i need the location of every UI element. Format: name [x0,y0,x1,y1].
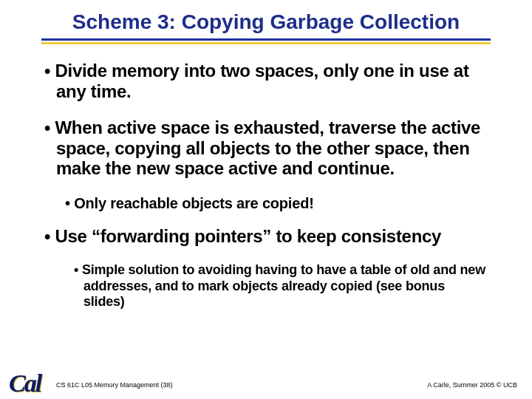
bullet-1: • Divide memory into two spaces, only on… [44,61,497,101]
bullet-1-text: Divide memory into two spaces, only one … [55,61,468,101]
cal-logo-text: Cal [9,369,41,398]
bullet-2a-text: Only reachable objects are copied! [74,195,313,211]
bullet-3-text: Use “forwarding pointers” to keep consis… [55,226,441,246]
underline-blue [41,38,491,41]
slide: Scheme 3: Copying Garbage Collection • D… [0,0,532,399]
bullet-char: • [44,61,50,81]
bullet-char: • [74,262,78,277]
bullet-3a-text: Simple solution to avoiding having to ha… [82,262,485,309]
slide-title: Scheme 3: Copying Garbage Collection [0,0,532,38]
bullet-2-text: When active space is exhausted, traverse… [55,117,480,178]
bullet-3: • Use “forwarding pointers” to keep cons… [44,226,497,247]
bullet-2a: • Only reachable objects are copied! [65,195,497,213]
bullet-char: • [44,117,50,137]
cal-logo: Cal [7,365,50,395]
title-underline [41,38,491,44]
footer-left: CS 61C L05 Memory Management (38) [56,381,173,389]
bullet-3a: • Simple solution to avoiding having to … [74,262,497,310]
bullet-char: • [44,226,50,246]
bullet-char: • [65,195,70,211]
footer-right: A Carle, Summer 2005 © UCB [427,381,517,389]
bullet-2: • When active space is exhausted, traver… [44,117,497,179]
slide-body: • Divide memory into two spaces, only on… [0,44,532,310]
